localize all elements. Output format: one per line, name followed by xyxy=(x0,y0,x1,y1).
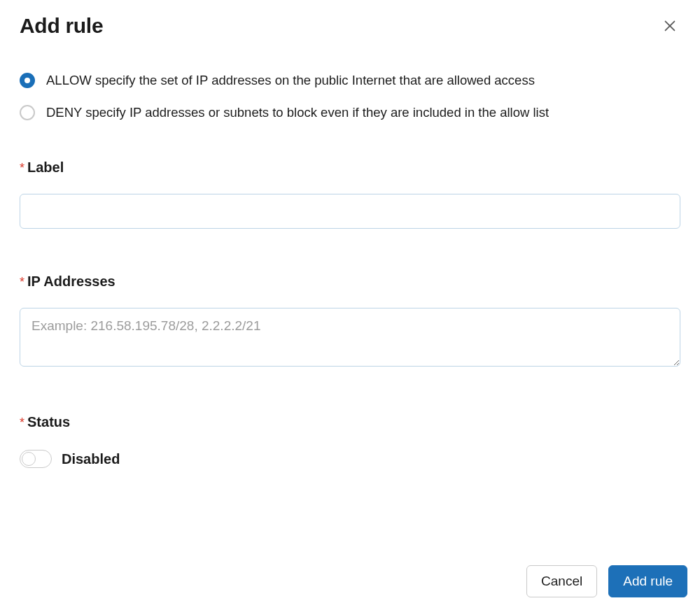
label-input[interactable] xyxy=(20,194,680,229)
radio-deny-label: DENY specify IP addresses or subnets to … xyxy=(46,105,549,120)
radio-icon xyxy=(20,73,35,88)
close-button[interactable] xyxy=(659,15,680,36)
status-toggle[interactable] xyxy=(20,450,52,468)
dialog-header: Add rule xyxy=(20,14,680,38)
rule-type-radio-group: ALLOW specify the set of IP addresses on… xyxy=(20,73,680,120)
radio-allow-label: ALLOW specify the set of IP addresses on… xyxy=(46,73,535,88)
status-field-title: Status xyxy=(27,414,70,430)
dialog-footer: Cancel Add rule xyxy=(526,565,687,597)
label-field-section: * Label xyxy=(20,159,680,229)
radio-icon xyxy=(20,105,35,120)
ip-addresses-input[interactable] xyxy=(20,308,680,367)
status-toggle-row: Disabled xyxy=(20,450,680,468)
ip-field-section: * IP Addresses xyxy=(20,274,680,369)
status-toggle-label: Disabled xyxy=(62,451,120,467)
status-field-header: * Status xyxy=(20,414,680,430)
radio-allow[interactable]: ALLOW specify the set of IP addresses on… xyxy=(20,73,680,88)
add-rule-button[interactable]: Add rule xyxy=(608,565,687,597)
cancel-button[interactable]: Cancel xyxy=(526,565,597,597)
required-mark: * xyxy=(20,162,24,174)
radio-deny[interactable]: DENY specify IP addresses or subnets to … xyxy=(20,105,680,120)
required-mark: * xyxy=(20,416,24,429)
dialog-title: Add rule xyxy=(20,14,103,38)
close-icon xyxy=(662,18,678,34)
status-field-section: * Status Disabled xyxy=(20,414,680,468)
label-field-header: * Label xyxy=(20,159,680,176)
required-mark: * xyxy=(20,276,24,288)
ip-field-header: * IP Addresses xyxy=(20,274,680,290)
ip-field-title: IP Addresses xyxy=(27,274,115,290)
toggle-knob-icon xyxy=(22,452,36,466)
label-field-title: Label xyxy=(27,159,64,176)
add-rule-dialog: Add rule ALLOW specify the set of IP add… xyxy=(0,0,700,610)
